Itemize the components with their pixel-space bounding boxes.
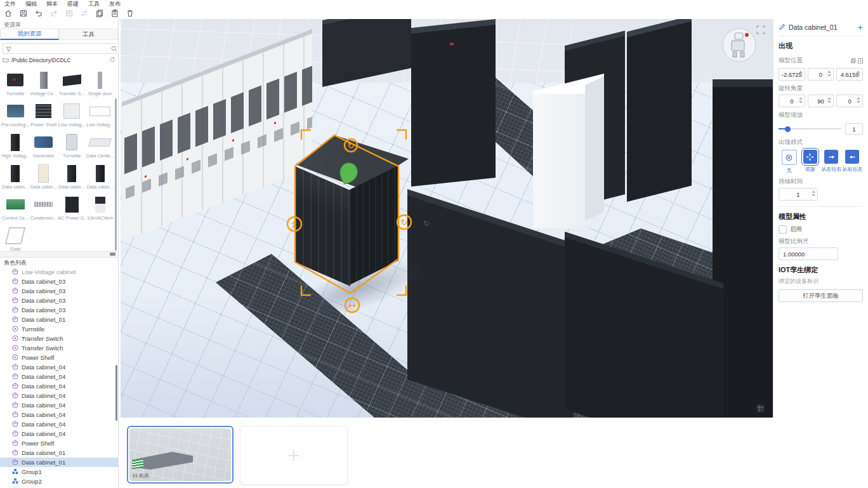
tree-item-power-shelf[interactable]: Power Shelf bbox=[0, 439, 118, 448]
library-item[interactable]: Power Shelf bbox=[30, 97, 58, 128]
pick-position-icon[interactable] bbox=[858, 55, 863, 66]
scene-card-1[interactable]: 01 机房 bbox=[127, 426, 233, 484]
menubar-item-1[interactable]: 编辑 bbox=[25, 0, 37, 8]
appear-style-arrow-right[interactable]: 从左往右 bbox=[821, 150, 842, 174]
library-item[interactable]: Transfer S... bbox=[58, 66, 86, 97]
tree-item-data-cabinet-03[interactable]: Data cabinet_03 bbox=[0, 277, 118, 286]
library-item[interactable]: Voltage Co... bbox=[30, 66, 58, 97]
tree-item-data-cabinet-04[interactable]: Data cabinet_04 bbox=[0, 381, 118, 391]
tree-item-data-cabinet-04[interactable]: Data cabinet_04 bbox=[0, 410, 118, 419]
tree-item-data-cabinet-04[interactable]: Data cabinet_04 bbox=[0, 391, 118, 400]
tree-item-label: Data cabinet_01 bbox=[22, 316, 65, 323]
rotation-y-input[interactable]: 90 bbox=[808, 95, 834, 107]
tree-item-data-cabinet-04[interactable]: Data cabinet_04 bbox=[0, 429, 118, 439]
tree-item-group2[interactable]: Group2 bbox=[0, 477, 118, 486]
library-item[interactable]: Turnstile bbox=[58, 128, 86, 159]
splitter-grip[interactable] bbox=[110, 253, 115, 256]
duration-input[interactable]: 1 bbox=[779, 188, 818, 201]
tree-item-data-cabinet-01[interactable]: Data cabinet_01 bbox=[0, 315, 118, 324]
tree-item-data-cabinet-04[interactable]: Data cabinet_04 bbox=[0, 400, 118, 410]
expand-icon[interactable] bbox=[756, 25, 765, 37]
delete-icon[interactable] bbox=[125, 9, 135, 18]
refresh-icon[interactable] bbox=[109, 56, 115, 64]
undo-icon[interactable] bbox=[34, 9, 43, 18]
home-icon[interactable] bbox=[3, 9, 13, 18]
tree-item-data-cabinet-01[interactable]: Data cabinet_01 bbox=[0, 458, 118, 467]
white-tray-thumbnail bbox=[88, 131, 113, 153]
enable-checkbox[interactable] bbox=[779, 225, 787, 234]
library-item[interactable]: High Voltag... bbox=[1, 128, 30, 159]
scale-slider[interactable] bbox=[779, 128, 841, 129]
library-item[interactable]: Low-Voltag... bbox=[58, 97, 86, 128]
breadcrumb: /Public.Directory/DCDLC bbox=[3, 56, 115, 64]
library-item[interactable]: Control Ce... bbox=[1, 190, 30, 221]
tree-item-transfer-switch[interactable]: Transfer Switch bbox=[0, 343, 118, 353]
copy-position-icon[interactable] bbox=[851, 55, 856, 66]
library-item[interactable]: Gate bbox=[1, 221, 30, 253]
library-item[interactable]: Data Cente... bbox=[86, 128, 115, 159]
tree-item-data-cabinet-04[interactable]: Data cabinet_04 bbox=[0, 372, 118, 381]
tree-scrollbar[interactable] bbox=[115, 365, 117, 421]
green-marker bbox=[340, 163, 357, 184]
menubar-item-2[interactable]: 脚本 bbox=[46, 0, 58, 8]
layout-icon[interactable] bbox=[756, 404, 765, 415]
tab-my-resources[interactable]: 我的资源 bbox=[0, 29, 59, 40]
scale-ruler-input[interactable]: 1.00000 bbox=[779, 247, 838, 260]
tree-item-data-cabinet-03[interactable]: Data cabinet_03 bbox=[0, 296, 118, 305]
tree-item-power-shelf[interactable]: Power Shelf bbox=[0, 353, 118, 362]
appear-style-none[interactable]: 无 bbox=[779, 150, 799, 174]
menubar-item-0[interactable]: 文件 bbox=[4, 0, 16, 8]
tree-item-group1[interactable]: Group1 bbox=[0, 467, 118, 477]
library-item[interactable]: Low Voltag... bbox=[86, 97, 115, 128]
menubar-item-5[interactable]: 发布 bbox=[109, 0, 121, 8]
position-y-input[interactable]: 0 bbox=[808, 68, 834, 81]
tree-item-data-cabinet-03[interactable]: Data cabinet_03 bbox=[0, 286, 118, 296]
menubar-item-3[interactable]: 搭建 bbox=[67, 0, 79, 8]
breadcrumb-path[interactable]: /Public.Directory/DCDLC bbox=[11, 57, 107, 63]
library-item[interactable]: Data cabin... bbox=[58, 159, 86, 190]
tree-item-data-cabinet-04[interactable]: Data cabinet_04 bbox=[0, 419, 118, 429]
library-item[interactable]: Data cabin... bbox=[86, 159, 115, 190]
library-item[interactable]: Data cabin... bbox=[30, 159, 58, 190]
appear-style-scale[interactable]: 缩放 bbox=[799, 150, 820, 174]
library-item[interactable]: Pre-cooling... bbox=[1, 97, 30, 128]
open-twin-panel-button[interactable]: 打开孪生面板 bbox=[779, 289, 863, 302]
viewport-3d[interactable]: ↻ ↕ ↻ ↔ ↻ bbox=[121, 19, 773, 418]
tab-tools[interactable]: 工具 bbox=[59, 29, 118, 40]
library-item[interactable]: Generator bbox=[30, 128, 58, 159]
scene-card-2[interactable] bbox=[240, 426, 348, 485]
tree-item-transfer-switch[interactable]: Transfer Switch bbox=[0, 334, 118, 343]
library-item[interactable]: 10kVACItem bbox=[86, 190, 115, 221]
library-item[interactable]: Condensin... bbox=[30, 190, 58, 221]
rotation-z-input[interactable]: 0 bbox=[836, 95, 863, 107]
tree-item-data-cabinet-01[interactable]: Data cabinet_01 bbox=[0, 448, 118, 458]
rotation-x-input[interactable]: 0 bbox=[779, 95, 805, 107]
position-x-input[interactable]: -2.6725 bbox=[779, 68, 805, 81]
add-component-button[interactable]: + bbox=[858, 23, 863, 32]
library-item[interactable]: Turnstile bbox=[1, 66, 30, 97]
search-box[interactable] bbox=[3, 43, 119, 54]
library-item[interactable]: Data cabin... bbox=[1, 159, 30, 190]
copy-icon[interactable] bbox=[95, 9, 104, 18]
tree-item-data-cabinet-04[interactable]: Data cabinet_04 bbox=[0, 362, 118, 372]
edit-icon[interactable] bbox=[779, 22, 786, 33]
library-item[interactable]: Single door bbox=[86, 66, 115, 97]
rack-row-right-2[interactable] bbox=[627, 19, 692, 202]
library-scrollbar[interactable] bbox=[115, 98, 117, 251]
search-input[interactable] bbox=[14, 45, 109, 53]
scale-value-input[interactable]: 1 bbox=[845, 123, 863, 135]
tree-item-data-cabinet-03[interactable]: Data cabinet_03 bbox=[0, 305, 118, 315]
paste-icon[interactable] bbox=[110, 9, 119, 18]
instance-icon bbox=[12, 345, 18, 352]
position-z-input[interactable]: 4.6159 bbox=[836, 68, 863, 81]
panel-splitter[interactable] bbox=[0, 251, 118, 258]
menubar-item-4[interactable]: 工具 bbox=[88, 0, 100, 8]
tree-item-low-voltage-cabinet[interactable]: Low-Voltage cabinet bbox=[0, 267, 118, 277]
library-item[interactable]: AC Power S... bbox=[58, 190, 86, 221]
save-icon[interactable] bbox=[18, 9, 28, 18]
tree-item-turnstile[interactable]: Turnstile bbox=[0, 324, 118, 334]
scale-slider-knob[interactable] bbox=[785, 126, 791, 132]
appear-style-arrow-left[interactable]: 从右往左 bbox=[842, 150, 863, 174]
library-item-label: Data cabin... bbox=[58, 184, 86, 190]
white-box[interactable] bbox=[533, 94, 585, 228]
